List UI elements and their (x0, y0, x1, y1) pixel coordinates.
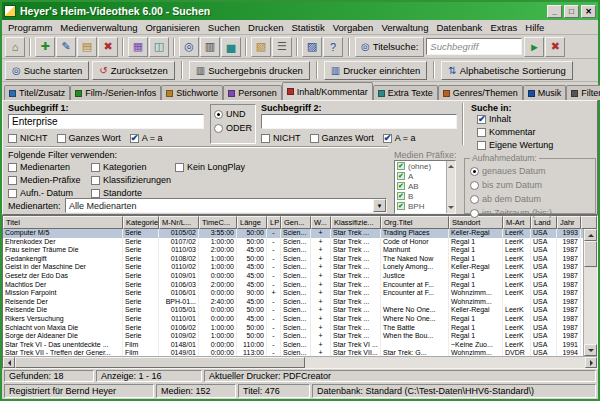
scroll-left-icon[interactable] (3, 357, 15, 368)
menu-item-extras[interactable]: Extras (486, 22, 521, 33)
suchbegriff2-input[interactable] (261, 114, 457, 129)
table-row[interactable]: Reisende DerSerieBPH-01...2:40:0045:00-S… (3, 298, 583, 307)
column-header-w[interactable]: W... (311, 216, 331, 229)
column-header-timec[interactable]: TimeC... (199, 216, 237, 229)
table-row[interactable]: Machtlos DerSerie0106/032:00:0045:00-Sci… (3, 281, 583, 290)
database-icon[interactable]: ▨ (302, 37, 322, 57)
checkbox-eigene-wertung[interactable]: Eigene Wertung (477, 140, 553, 150)
table-row[interactable]: Sorge der Aldeaner DieSerie0109/021:00:0… (3, 332, 583, 341)
maximize-button[interactable]: □ (564, 5, 579, 18)
menu-item-medienverwaltung[interactable]: Medienverwaltung (56, 22, 141, 33)
tab-musik[interactable]: Musik (523, 85, 567, 100)
praefixe-scrollbar[interactable] (446, 161, 455, 213)
table-row[interactable]: Geist in der Maschine DerSerie0110/021:0… (3, 263, 583, 272)
checkbox-kommentar[interactable]: Kommentar (477, 127, 536, 137)
vertical-scrollbar[interactable] (583, 229, 597, 356)
tab-personen[interactable]: Personen (223, 85, 282, 100)
table-row[interactable]: Rikers VersuchungSerie0110/010:00:0045:0… (3, 315, 583, 324)
help-icon[interactable]: ? (323, 37, 343, 57)
column-header-org-titel[interactable]: Org.Titel (381, 216, 449, 229)
menu-item-programm[interactable]: Programm (4, 22, 56, 33)
table-row[interactable]: Ehrenkodex DerSerie0107/021:00:0050:00-S… (3, 238, 583, 247)
table-row[interactable]: Star Trek VII - Treffen der Gener...Film… (3, 349, 583, 356)
horizontal-scrollbar[interactable] (3, 356, 597, 368)
column-header-kategorie[interactable]: Kategorie (123, 216, 159, 229)
medienarten-dropdown[interactable]: Alle Medienarten ▼ (65, 198, 387, 213)
tab-genres-themen[interactable]: Genres/Themen (438, 85, 523, 100)
search-clear-icon[interactable]: ✖ (545, 37, 565, 57)
tab-extra-texte[interactable]: Extra Texte (373, 85, 438, 100)
checkbox-nicht[interactable]: NICHT (261, 133, 301, 143)
drucker-einrichten-button[interactable]: ▥Drucker einrichten (324, 61, 428, 80)
radio-bis-zum-datum[interactable]: bis zum Datum (470, 180, 542, 190)
table-row[interactable]: Computer M/5Serie0105/023:55:0050:00-Sci… (3, 229, 583, 238)
zuruecksetzen-button[interactable]: ↺Zurücksetzen (92, 61, 174, 80)
close-button[interactable]: ✕ (581, 5, 596, 18)
categories-icon[interactable]: ◫ (149, 37, 169, 57)
praefixe-list[interactable]: ✔(ohne)✔A✔AB✔B✔BPH (394, 160, 456, 214)
checkbox-standorte[interactable]: Standorte (91, 188, 142, 198)
radio-genaues-datum[interactable]: genaues Datum (470, 166, 546, 176)
media-list-icon[interactable]: ▤ (77, 37, 97, 57)
menu-item-hilfe[interactable]: Hilfe (521, 22, 548, 33)
checkbox-medienarten[interactable]: Medienarten (8, 162, 70, 172)
menu-item-vorgaben[interactable]: Vorgaben (329, 22, 378, 33)
print-icon[interactable]: ▥ (200, 37, 220, 57)
checkbox-klassifizierungen[interactable]: Klassifizierungen (91, 175, 171, 185)
menu-item-drucken[interactable]: Drucken (244, 22, 287, 33)
menu-item-organisieren[interactable]: Organisieren (141, 22, 203, 33)
media-delete-icon[interactable]: ✖ (98, 37, 118, 57)
checkbox-kategorien[interactable]: Kategorien (91, 162, 147, 172)
checkbox-ganzes-wort[interactable]: Ganzes Wort (310, 133, 374, 143)
table-row[interactable]: Gesetz der Edo DasSerie0109/010:00:0045:… (3, 272, 583, 281)
column-header-länge[interactable]: Länge (237, 216, 267, 229)
tab-stichworte[interactable]: Stichworte (161, 85, 223, 100)
radio-oder[interactable]: ODER (214, 123, 252, 133)
checkbox-kein-longplay[interactable]: Kein LongPlay (175, 162, 245, 172)
checkbox-inhalt[interactable]: ✔Inhalt (477, 114, 511, 124)
menu-item-datenbank[interactable]: Datenbank (432, 22, 486, 33)
search-go-icon[interactable]: ► (524, 37, 544, 57)
suchergebnis-drucken-button[interactable]: ▥Suchergebnis drucken (189, 61, 310, 80)
search-icon[interactable]: ◎ (179, 37, 199, 57)
column-header-klassifizie[interactable]: Klassifizie... (331, 216, 381, 229)
suchbegriff1-input[interactable] (8, 114, 204, 129)
column-header-gen[interactable]: Gen... (281, 216, 311, 229)
table-row[interactable]: Star Trek VI - Das unentdeckte ...Film01… (3, 341, 583, 350)
titelsuche-button[interactable]: ◎ Titelsuche: (355, 37, 424, 57)
tab-inhalt-kommentar[interactable]: Inhalt/Kommentar (282, 82, 373, 100)
media-edit-icon[interactable]: ✎ (56, 37, 76, 57)
checkbox-aufn-datum[interactable]: Aufn.- Datum (8, 188, 73, 198)
tab-filter[interactable]: Filter (566, 85, 600, 100)
defaults-icon[interactable]: ▧ (251, 37, 271, 57)
scroll-down-icon[interactable] (584, 344, 597, 356)
scrollbar-thumb[interactable] (584, 241, 597, 267)
table-row[interactable]: Mission FarpointSerie0106/010:00:0090:00… (3, 289, 583, 298)
column-header-lp[interactable]: LP (267, 216, 281, 229)
table-row[interactable]: Schlacht von Maxia DieSerie0106/021:00:0… (3, 324, 583, 333)
table-row[interactable]: Frau seiner Träume DieSerie0110/032:00:0… (3, 246, 583, 255)
tab-titel-zusatz[interactable]: Titel/Zusatz (4, 85, 70, 100)
checkbox-medien-präfixe[interactable]: Medien-Präfixe (8, 175, 81, 185)
checkbox-ganzes-wort[interactable]: Ganzes Wort (57, 133, 121, 143)
checkbox-a-a[interactable]: ✔A = a (130, 133, 163, 143)
settings-icon[interactable]: ☰ (272, 37, 292, 57)
statistics-icon[interactable]: ▅ (221, 37, 241, 57)
menu-item-statistik[interactable]: Statistik (287, 22, 328, 33)
exit-icon[interactable]: ⌂ (5, 37, 25, 57)
scroll-up-icon[interactable] (584, 229, 597, 241)
menu-item-verwaltung[interactable]: Verwaltung (377, 22, 432, 33)
alphabetische-sortierung-button[interactable]: ⇅Alphabetische Sortierung (441, 61, 573, 80)
minimize-button[interactable]: _ (547, 5, 562, 18)
media-new-icon[interactable]: ✚ (35, 37, 55, 57)
radio-und[interactable]: UND (214, 109, 246, 119)
radio-im-zeitraum-bis[interactable]: im Zeitraum (bis:) (470, 208, 552, 218)
column-header-m-nr-l[interactable]: M-Nr/L... (159, 216, 199, 229)
tab-film-serien-infos[interactable]: Film-/Serien-Infos (70, 85, 161, 100)
table-row[interactable]: Reisende DieSerie0105/010:00:0050:00-Sci… (3, 306, 583, 315)
column-header-titel[interactable]: Titel (3, 216, 123, 229)
menu-item-suchen[interactable]: Suchen (204, 22, 244, 33)
table-row[interactable]: GedankengiftSerie0108/021:00:0050:00-Sci… (3, 255, 583, 264)
checkbox-a-a[interactable]: ✔A = a (383, 133, 416, 143)
suche-starten-button[interactable]: ◎Suche starten (5, 61, 89, 80)
